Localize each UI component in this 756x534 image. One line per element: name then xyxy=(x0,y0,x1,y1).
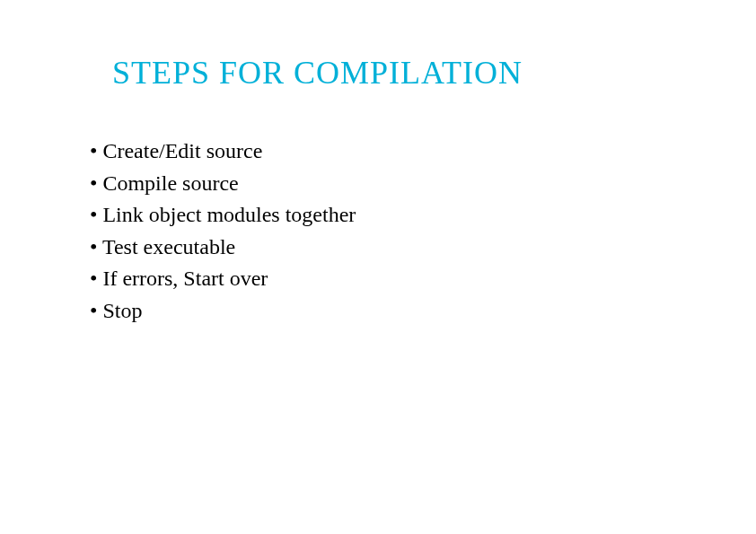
list-item: If errors, Start over xyxy=(90,264,666,294)
list-item: Link object modules together xyxy=(90,200,666,231)
list-item: Test executable xyxy=(90,232,666,263)
list-item: Stop xyxy=(90,296,666,327)
list-item: Create/Edit source xyxy=(90,136,666,167)
slide-container: STEPS FOR COMPILATION Create/Edit source… xyxy=(0,0,756,534)
slide-title: STEPS FOR COMPILATION xyxy=(112,54,666,92)
list-item: Compile source xyxy=(90,169,666,199)
bullet-list: Create/Edit source Compile source Link o… xyxy=(90,136,666,327)
